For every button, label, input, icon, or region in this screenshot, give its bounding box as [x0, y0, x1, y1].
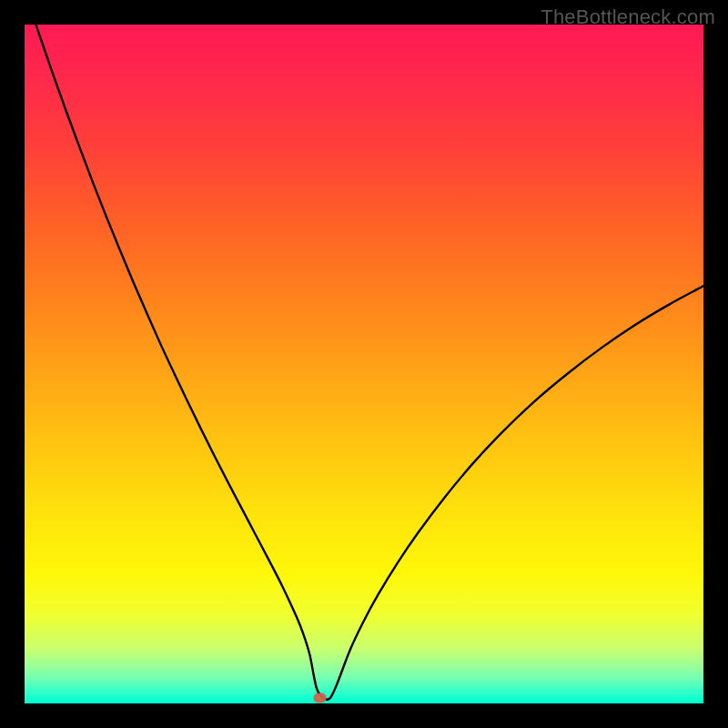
chart-container: TheBottleneck.com	[0, 0, 728, 728]
plot-area	[25, 25, 703, 703]
curve-line	[25, 0, 703, 700]
curve-svg	[25, 25, 703, 703]
watermark-label: TheBottleneck.com	[541, 5, 715, 29]
minimum-marker	[314, 693, 327, 703]
